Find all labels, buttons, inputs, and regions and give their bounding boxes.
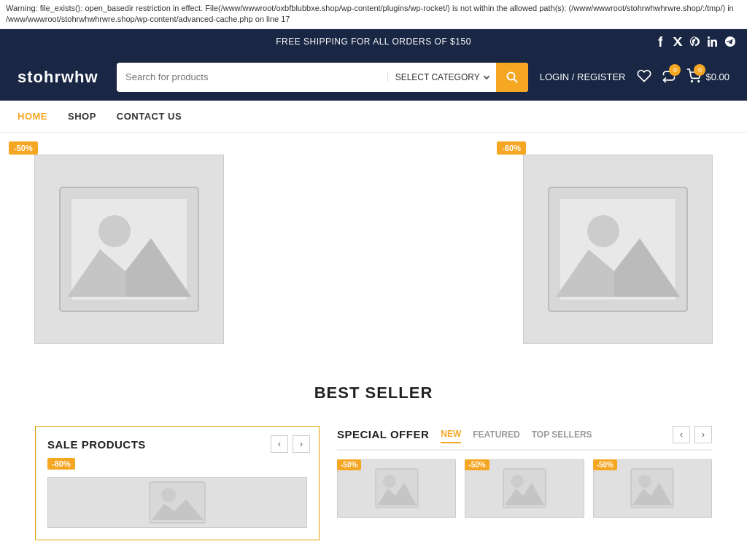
- special-offer-panel: SPECIAL OFFER NEW FEATURED TOP SELLERS ‹…: [337, 426, 729, 540]
- category-label: SELECT CATEGORY: [395, 72, 480, 82]
- cart-icon-wrapper: 0: [686, 69, 701, 85]
- svg-point-6: [98, 215, 131, 247]
- sale-badge: -80%: [47, 458, 75, 470]
- product-image-2[interactable]: [523, 155, 713, 344]
- offer-placeholder-1: [375, 468, 419, 508]
- offer-items: -50% -50%: [337, 459, 712, 518]
- svg-point-21: [511, 475, 524, 488]
- prev-icon: ‹: [278, 439, 281, 449]
- nav-contact[interactable]: CONTACT US: [117, 101, 182, 132]
- discount-badge-1: -50%: [9, 141, 38, 155]
- offer-tab-top-sellers[interactable]: TOP SELLERS: [532, 427, 592, 443]
- offer-placeholder-3: [630, 468, 674, 508]
- linkedin-icon[interactable]: [708, 36, 718, 49]
- offer-badge-3: -50%: [593, 459, 617, 470]
- svg-point-2: [692, 81, 693, 82]
- pinterest-icon[interactable]: [690, 36, 700, 49]
- middle-spacer: [259, 133, 489, 366]
- shipping-bar: FREE SHIPPING FOR ALL ORDERS OF $150: [0, 29, 747, 54]
- shipping-text: FREE SHIPPING FOR ALL ORDERS OF $150: [276, 36, 471, 47]
- social-icons-group: [643, 29, 747, 56]
- sale-prev-button[interactable]: ‹: [271, 435, 288, 453]
- navigation: HOME SHOP CONTACT US: [0, 101, 747, 133]
- next-icon: ›: [300, 439, 303, 449]
- warning-bar: Warning: file_exists(): open_basedir res…: [0, 0, 747, 29]
- special-offer-title: SPECIAL OFFER: [337, 428, 429, 440]
- nav-shop[interactable]: SHOP: [68, 101, 96, 132]
- bottom-grid: SALE PRODUCTS ‹ › -80%: [18, 414, 729, 540]
- placeholder-image-svg-2: [545, 184, 691, 315]
- cart-button[interactable]: 0 $0.00: [686, 69, 729, 85]
- telegram-icon[interactable]: [725, 36, 735, 49]
- offer-badge-2: -50%: [465, 459, 489, 470]
- facebook-icon[interactable]: [655, 36, 665, 49]
- sale-products-panel: SALE PRODUCTS ‹ › -80%: [35, 426, 320, 540]
- search-input[interactable]: [117, 66, 387, 88]
- product-card-1: -50%: [0, 133, 259, 366]
- svg-point-3: [698, 81, 700, 82]
- offer-item-3: -50%: [593, 459, 712, 518]
- login-register-link[interactable]: LOGIN / REGISTER: [540, 71, 626, 82]
- wishlist-button[interactable]: [637, 69, 651, 85]
- placeholder-image-svg-1: [56, 184, 202, 315]
- logo[interactable]: stohrwhw: [18, 68, 105, 87]
- special-offer-header: SPECIAL OFFER NEW FEATURED TOP SELLERS ‹…: [337, 426, 712, 451]
- category-dropdown[interactable]: SELECT CATEGORY: [387, 72, 496, 82]
- offer-badge-1: -50%: [337, 459, 361, 470]
- svg-point-18: [383, 475, 396, 488]
- sale-products-nav: ‹ ›: [271, 435, 310, 453]
- shipping-bar-wrapper: FREE SHIPPING FOR ALL ORDERS OF $150: [0, 29, 747, 54]
- best-seller-title: BEST SELLER: [18, 384, 729, 402]
- main-content: -50% -60%: [0, 133, 747, 558]
- header-icon-group: 0 0 $0.00: [637, 69, 729, 85]
- product-card-2: -60%: [488, 133, 747, 366]
- svg-point-15: [161, 488, 176, 502]
- offer-nav: ‹ ›: [673, 426, 712, 443]
- best-seller-section: BEST SELLER SALE PRODUCTS ‹ › -80%: [0, 366, 747, 558]
- svg-point-24: [638, 475, 651, 488]
- sale-product-placeholder: [148, 481, 206, 524]
- search-icon: [506, 71, 518, 83]
- svg-point-0: [507, 72, 514, 79]
- offer-item-2: -50%: [465, 459, 584, 518]
- warning-text: Warning: file_exists(): open_basedir res…: [6, 4, 734, 23]
- offer-tab-new[interactable]: NEW: [441, 426, 461, 443]
- nav-home[interactable]: HOME: [18, 101, 47, 132]
- offer-prev-button[interactable]: ‹: [673, 426, 690, 443]
- svg-line-1: [514, 79, 517, 82]
- products-row: -50% -60%: [0, 133, 747, 366]
- sale-product-image[interactable]: [47, 477, 307, 528]
- chevron-down-icon: [483, 74, 489, 79]
- offer-prev-icon: ‹: [680, 429, 683, 440]
- header-actions: LOGIN / REGISTER 0: [540, 69, 729, 85]
- offer-next-icon: ›: [702, 429, 705, 440]
- offer-placeholder-2: [503, 468, 546, 508]
- offer-tab-featured[interactable]: FEATURED: [473, 427, 519, 443]
- sale-next-button[interactable]: ›: [293, 435, 310, 453]
- offer-next-button[interactable]: ›: [694, 426, 712, 443]
- header: stohrwhw SELECT CATEGORY LOGIN / REGISTE…: [0, 54, 747, 101]
- search-bar: SELECT CATEGORY: [117, 63, 528, 92]
- cart-amount: $0.00: [705, 71, 729, 82]
- compare-button[interactable]: 0: [662, 69, 676, 85]
- sale-products-title: SALE PRODUCTS: [47, 438, 146, 451]
- cart-badge: 0: [694, 64, 705, 76]
- product-image-1[interactable]: [34, 155, 224, 344]
- heart-icon: [637, 69, 651, 83]
- search-button[interactable]: [496, 63, 528, 92]
- twitter-icon[interactable]: [673, 36, 683, 49]
- svg-point-11: [587, 215, 619, 247]
- compare-badge: 0: [669, 64, 681, 76]
- offer-item-1: -50%: [337, 459, 456, 518]
- discount-badge-2: -60%: [497, 141, 526, 155]
